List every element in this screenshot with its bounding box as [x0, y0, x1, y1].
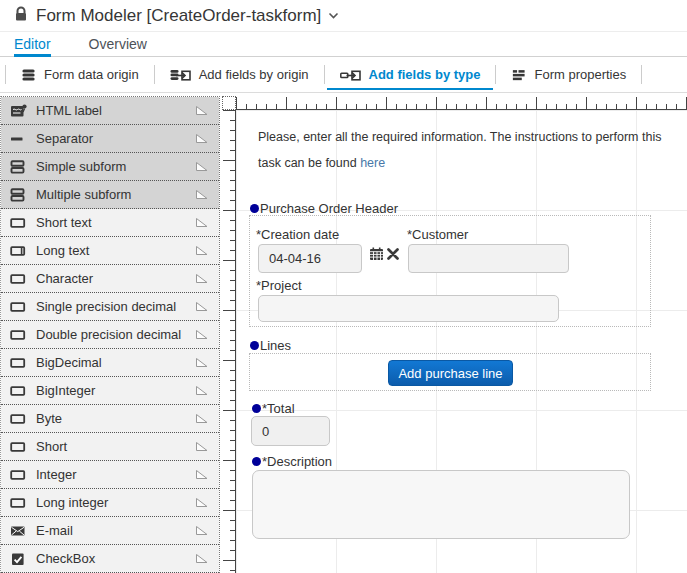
- toolbar: Form data originAdd fields by originAdd …: [0, 57, 687, 93]
- drag-flag-icon[interactable]: [195, 497, 209, 509]
- textbox-icon: [10, 271, 28, 287]
- palette-item-e-mail[interactable]: E-mail: [1, 517, 219, 545]
- clear-date-icon[interactable]: [386, 247, 400, 261]
- palette-item-byte[interactable]: Byte: [1, 405, 219, 433]
- envelope-icon: [10, 523, 28, 539]
- palette-item-checkbox[interactable]: CheckBox: [1, 545, 219, 573]
- drag-flag-icon[interactable]: [195, 189, 209, 201]
- field-type-palette: HTML labelSeparatorSimple subformMultipl…: [0, 96, 220, 573]
- textbox-icon: [10, 411, 28, 427]
- drag-flag-icon[interactable]: [195, 329, 209, 341]
- palette-item-html-label[interactable]: HTML label: [1, 97, 219, 125]
- drag-flag-icon[interactable]: [195, 385, 209, 397]
- textarea-icon: [10, 243, 28, 259]
- purchase-order-header-field[interactable]: Purchase Order Header: [250, 201, 398, 216]
- required-bullet-icon: [250, 341, 259, 350]
- palette-item-label: E-mail: [36, 523, 73, 538]
- drag-flag-icon[interactable]: [195, 245, 209, 257]
- required-bullet-icon: [250, 204, 259, 213]
- tab-bar: EditorOverview: [0, 32, 687, 57]
- add-purchase-line-button[interactable]: Add purchase line: [388, 360, 513, 386]
- here-link[interactable]: here: [360, 156, 385, 170]
- palette-item-label: Separator: [36, 131, 93, 146]
- tab-editor[interactable]: Editor: [14, 32, 51, 56]
- drag-flag-icon[interactable]: [195, 273, 209, 285]
- database-add-icon: [170, 67, 191, 83]
- customer-label: *Customer: [407, 227, 468, 242]
- palette-item-single-precision-decimal[interactable]: Single precision decimal: [1, 293, 219, 321]
- palette-item-label: HTML label: [36, 103, 102, 118]
- subform-icon: [10, 187, 28, 203]
- drag-flag-icon[interactable]: [195, 469, 209, 481]
- horizontal-ruler: [236, 96, 687, 110]
- page-title: Form Modeler [CreateOrder-taskform]: [36, 6, 321, 26]
- palette-item-short[interactable]: Short: [1, 433, 219, 461]
- drag-flag-icon[interactable]: [195, 301, 209, 313]
- subform-icon: [10, 159, 28, 175]
- database-icon: [21, 67, 36, 83]
- palette-item-biginteger[interactable]: BigInteger: [1, 377, 219, 405]
- palette-item-multiple-subform[interactable]: Multiple subform: [1, 181, 219, 209]
- palette-item-long-integer[interactable]: Long integer: [1, 489, 219, 517]
- drag-flag-icon[interactable]: [195, 161, 209, 173]
- toolbar-button-label: Form data origin: [44, 67, 139, 82]
- textbox-icon: [10, 299, 28, 315]
- toolbar-button-add-fields-by-origin[interactable]: Add fields by origin: [155, 57, 324, 92]
- ruler-corner: [222, 96, 236, 110]
- textbox-icon: [10, 495, 28, 511]
- palette-item-integer[interactable]: Integer: [1, 461, 219, 489]
- description-textarea[interactable]: [252, 470, 630, 539]
- lines-field[interactable]: Lines: [250, 338, 291, 353]
- customer-input[interactable]: [408, 244, 569, 273]
- toolbar-button-form-properties[interactable]: Form properties: [496, 57, 641, 92]
- palette-item-label: Integer: [36, 467, 76, 482]
- textbox-icon: [10, 467, 28, 483]
- palette-item-simple-subform[interactable]: Simple subform: [1, 153, 219, 181]
- toolbar-button-form-data-origin[interactable]: Form data origin: [6, 57, 154, 92]
- palette-item-long-text[interactable]: Long text: [1, 237, 219, 265]
- palette-item-double-precision-decimal[interactable]: Double precision decimal: [1, 321, 219, 349]
- total-field[interactable]: *Total: [252, 401, 295, 416]
- chevron-down-icon[interactable]: [328, 12, 339, 20]
- palette-item-label: Multiple subform: [36, 187, 131, 202]
- palette-item-label: Single precision decimal: [36, 299, 176, 314]
- textbox-icon: [10, 439, 28, 455]
- form-modeler-window: Form Modeler [CreateOrder-taskform] Edit…: [0, 0, 687, 573]
- palette-item-label: Character: [36, 271, 93, 286]
- drag-flag-icon[interactable]: [195, 553, 209, 565]
- drag-flag-icon[interactable]: [195, 217, 209, 229]
- drag-flag-icon[interactable]: [195, 413, 209, 425]
- palette-item-label: BigInteger: [36, 383, 95, 398]
- palette-item-label: Short: [36, 439, 67, 454]
- drag-flag-icon[interactable]: [195, 105, 209, 117]
- creation-date-input[interactable]: [258, 244, 362, 273]
- description-field[interactable]: *Description: [252, 454, 332, 469]
- project-input[interactable]: [258, 295, 559, 322]
- palette-item-bigdecimal[interactable]: BigDecimal: [1, 349, 219, 377]
- palette-item-label: Byte: [36, 411, 62, 426]
- palette-item-separator[interactable]: Separator: [1, 125, 219, 153]
- palette-item-short-text[interactable]: Short text: [1, 209, 219, 237]
- field-add-icon: [340, 67, 361, 83]
- calendar-icon[interactable]: [369, 247, 384, 261]
- toolbar-button-add-fields-by-type[interactable]: Add fields by type: [325, 57, 496, 92]
- vertical-ruler: [222, 110, 236, 573]
- drag-flag-icon[interactable]: [195, 357, 209, 369]
- palette-item-character[interactable]: Character: [1, 265, 219, 293]
- textbox-icon: [10, 327, 28, 343]
- window-header: Form Modeler [CreateOrder-taskform]: [0, 0, 687, 32]
- drag-flag-icon[interactable]: [195, 441, 209, 453]
- drag-flag-icon[interactable]: [195, 133, 209, 145]
- palette-item-label: BigDecimal: [36, 355, 102, 370]
- purchase-order-header-subform[interactable]: *Creation date *Customer *Project: [249, 215, 651, 327]
- drag-flag-icon[interactable]: [195, 525, 209, 537]
- palette-item-label: CheckBox: [36, 551, 95, 566]
- toolbar-button-label: Add fields by origin: [199, 67, 309, 82]
- creation-date-label: *Creation date: [256, 227, 339, 242]
- total-input[interactable]: [251, 416, 330, 446]
- palette-item-label: Double precision decimal: [36, 327, 181, 342]
- lines-subform[interactable]: Add purchase line: [249, 353, 651, 391]
- palette-item-label: Long integer: [36, 495, 108, 510]
- palette-item-label: Short text: [36, 215, 92, 230]
- tab-overview[interactable]: Overview: [89, 32, 147, 56]
